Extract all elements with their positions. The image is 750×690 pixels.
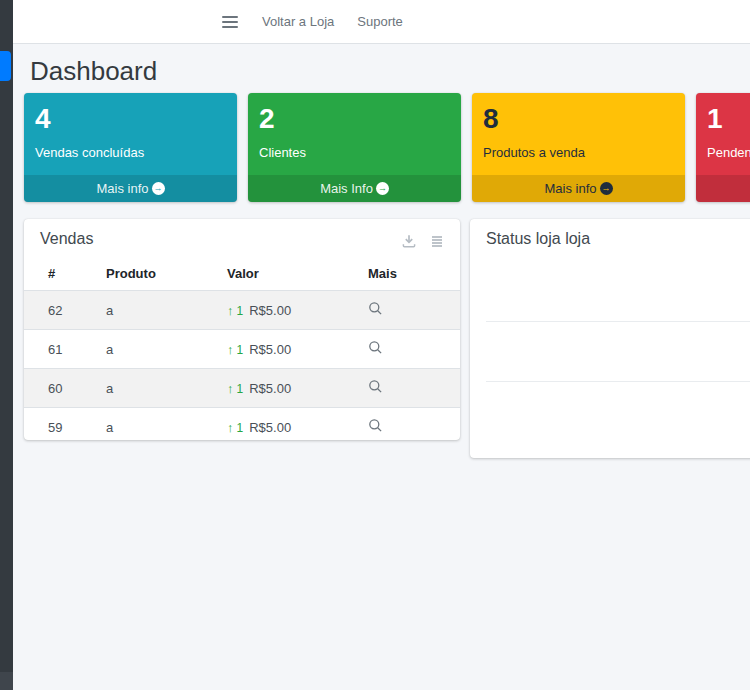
cell-id: 60 [24, 369, 106, 408]
cell-mais [368, 291, 460, 330]
cell-mais [368, 369, 460, 408]
divider [486, 381, 750, 382]
search-icon[interactable] [368, 340, 383, 355]
cell-id: 61 [24, 330, 106, 369]
cell-valor: ↑1R$5.00 [227, 369, 368, 408]
arrow-up-icon: ↑ [227, 381, 234, 396]
info-box-value: 1 [707, 103, 750, 135]
info-box-value: 2 [259, 103, 451, 135]
arrow-up-icon: ↑ [227, 303, 234, 318]
sidebar-footer [0, 672, 13, 690]
qty: 1 [237, 304, 244, 318]
search-icon[interactable] [368, 418, 383, 433]
arrow-circle-right-icon: → [152, 182, 165, 195]
cell-valor: ↑1R$5.00 [227, 330, 368, 369]
price: R$5.00 [249, 381, 291, 396]
cards-row: Vendas [24, 219, 750, 458]
mais-info-link[interactable]: Mais info → [24, 175, 237, 202]
status-card-title: Status loja loja [486, 230, 590, 248]
info-box-value: 8 [483, 103, 675, 135]
status-card-header: Status loja loja [470, 219, 750, 257]
search-icon[interactable] [368, 379, 383, 394]
info-box-label: Clientes [259, 145, 451, 160]
nav-link-voltar-a-loja[interactable]: Voltar a Loja [262, 14, 334, 29]
sidebar [0, 0, 13, 672]
info-box-body: 1 Pendentes [696, 93, 750, 160]
main-content: Dashboard 4 Vendas concluídas Mais info … [13, 57, 750, 458]
cell-produto: a [106, 291, 227, 330]
vendas-card-title: Vendas [40, 230, 93, 248]
qty: 1 [237, 382, 244, 396]
search-icon[interactable] [368, 301, 383, 316]
table-row: 60 a ↑1R$5.00 [24, 369, 460, 408]
mais-info-link[interactable]: Mais info → [696, 175, 750, 202]
col-header-mais: Mais [368, 257, 460, 291]
mais-info-link[interactable]: Mais info → [472, 175, 685, 202]
cell-valor: ↑1R$5.00 [227, 291, 368, 330]
cell-valor: ↑1R$5.00 [227, 408, 368, 447]
hamburger-icon[interactable] [222, 16, 238, 28]
info-box-body: 8 Produtos a venda [472, 93, 685, 160]
cell-produto: a [106, 330, 227, 369]
table-row: 59 a ↑1R$5.00 [24, 408, 460, 447]
table-row: 62 a ↑1R$5.00 [24, 291, 460, 330]
price: R$5.00 [249, 342, 291, 357]
sidebar-active-item[interactable] [0, 51, 11, 81]
info-box-label: Pendentes [707, 145, 750, 160]
info-box-body: 4 Vendas concluídas [24, 93, 237, 160]
nav-link-suporte[interactable]: Suporte [357, 14, 403, 29]
cell-mais [368, 408, 460, 447]
mais-info-label: Mais info [544, 181, 596, 196]
info-boxes-row: 4 Vendas concluídas Mais info → 2 Client… [24, 93, 750, 202]
info-box-label: Vendas concluídas [35, 145, 227, 160]
arrow-up-icon: ↑ [227, 420, 234, 435]
arrow-up-icon: ↑ [227, 342, 234, 357]
info-box-vendas-concluidas: 4 Vendas concluídas Mais info → [24, 93, 237, 202]
vendas-card: Vendas [24, 219, 460, 440]
mais-info-label: Mais info [96, 181, 148, 196]
mais-info-label: Mais Info [320, 181, 373, 196]
info-box-clientes: 2 Clientes Mais Info → [248, 93, 461, 202]
col-header-id: # [24, 257, 106, 291]
price: R$5.00 [249, 420, 291, 435]
status-loja-card: Status loja loja [470, 219, 750, 458]
info-box-label: Produtos a venda [483, 145, 675, 160]
page-title: Dashboard [30, 57, 750, 86]
card-tools [401, 233, 444, 249]
cell-id: 59 [24, 408, 106, 447]
mais-info-link[interactable]: Mais Info → [248, 175, 461, 202]
cell-id: 62 [24, 291, 106, 330]
arrow-circle-right-icon: → [600, 182, 613, 195]
col-header-valor: Valor [227, 257, 368, 291]
qty: 1 [237, 343, 244, 357]
cell-mais [368, 330, 460, 369]
qty: 1 [237, 421, 244, 435]
info-box-pendentes: 1 Pendentes Mais info → [696, 93, 750, 202]
col-header-produto: Produto [106, 257, 227, 291]
vendas-card-header: Vendas [24, 219, 460, 257]
info-box-body: 2 Clientes [248, 93, 461, 160]
table-row: 61 a ↑1R$5.00 [24, 330, 460, 369]
divider [486, 321, 750, 322]
top-navbar: Voltar a Loja Suporte [13, 0, 750, 44]
cell-produto: a [106, 369, 227, 408]
download-icon[interactable] [401, 233, 417, 249]
arrow-circle-right-icon: → [376, 182, 389, 195]
table-header-row: # Produto Valor Mais [24, 257, 460, 291]
info-box-value: 4 [35, 103, 227, 135]
list-icon[interactable] [430, 234, 444, 248]
price: R$5.00 [249, 303, 291, 318]
cell-produto: a [106, 408, 227, 447]
info-box-produtos-a-venda: 8 Produtos a venda Mais info → [472, 93, 685, 202]
vendas-table: # Produto Valor Mais 62 a ↑1R$5.00 [24, 257, 460, 446]
